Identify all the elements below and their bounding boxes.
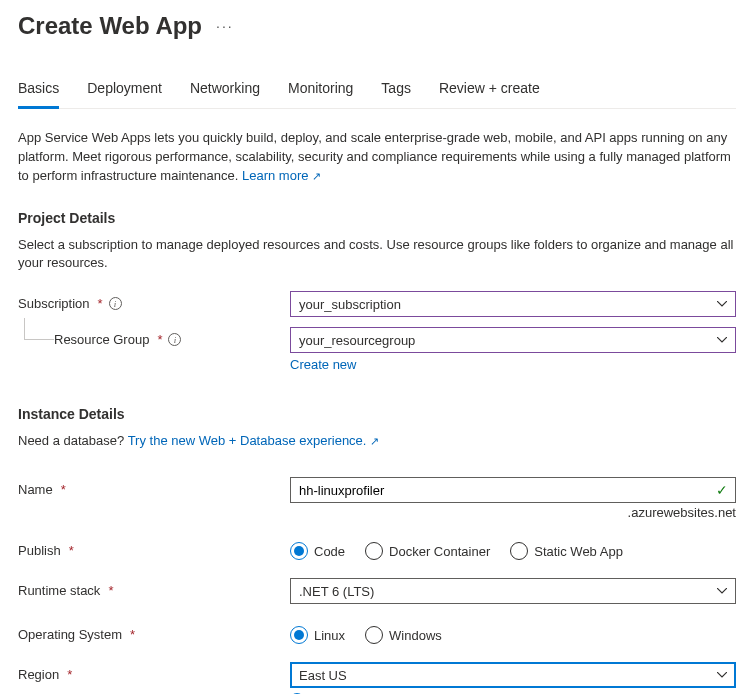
create-new-link[interactable]: Create new (290, 357, 356, 372)
intro-text: App Service Web Apps lets you quickly bu… (18, 129, 736, 186)
chevron-down-icon (717, 337, 727, 343)
project-details-heading: Project Details (18, 210, 736, 226)
radio-label: Windows (389, 628, 442, 643)
required-asterisk: * (157, 332, 162, 347)
name-input[interactable] (290, 477, 736, 503)
os-radio-linux[interactable]: Linux (290, 626, 345, 644)
page-title: Create Web App (18, 12, 202, 40)
tree-connector (24, 318, 54, 340)
tab-basics[interactable]: Basics (18, 80, 59, 109)
radio-label: Linux (314, 628, 345, 643)
tab-monitoring[interactable]: Monitoring (288, 80, 353, 108)
info-icon[interactable]: i (109, 297, 122, 310)
resource-group-select[interactable]: your_resourcegroup (290, 327, 736, 353)
tab-review-create[interactable]: Review + create (439, 80, 540, 108)
required-asterisk: * (130, 627, 135, 642)
subscription-label: Subscription (18, 296, 90, 311)
region-select[interactable]: East US (290, 662, 736, 688)
tab-tags[interactable]: Tags (381, 80, 411, 108)
domain-suffix: .azurewebsites.net (290, 505, 736, 520)
more-icon[interactable]: ··· (216, 18, 234, 34)
region-label: Region (18, 667, 59, 682)
publish-radio-docker[interactable]: Docker Container (365, 542, 490, 560)
checkmark-icon: ✓ (716, 482, 728, 498)
required-asterisk: * (61, 482, 66, 497)
radio-label: Code (314, 544, 345, 559)
chevron-down-icon (717, 588, 727, 594)
external-link-icon: ↗ (370, 435, 379, 447)
chevron-down-icon (717, 301, 727, 307)
intro-body: App Service Web Apps lets you quickly bu… (18, 130, 731, 183)
info-icon[interactable]: i (168, 333, 181, 346)
publish-radio-code[interactable]: Code (290, 542, 345, 560)
project-details-desc: Select a subscription to manage deployed… (18, 236, 736, 274)
radio-label: Docker Container (389, 544, 490, 559)
tab-bar: Basics Deployment Networking Monitoring … (18, 80, 736, 109)
instance-details-heading: Instance Details (18, 406, 736, 422)
tab-deployment[interactable]: Deployment (87, 80, 162, 108)
os-radio-group: Linux Windows (290, 622, 736, 644)
publish-radio-group: Code Docker Container Static Web App (290, 538, 736, 560)
region-value: East US (299, 668, 347, 683)
subscription-select[interactable]: your_subscription (290, 291, 736, 317)
name-label: Name (18, 482, 53, 497)
os-label: Operating System (18, 627, 122, 642)
radio-label: Static Web App (534, 544, 623, 559)
runtime-value: .NET 6 (LTS) (299, 584, 374, 599)
resource-group-value: your_resourcegroup (299, 333, 415, 348)
external-link-icon: ↗ (312, 170, 321, 182)
os-radio-windows[interactable]: Windows (365, 626, 442, 644)
resource-group-label: Resource Group (54, 332, 149, 347)
runtime-label: Runtime stack (18, 583, 100, 598)
chevron-down-icon (717, 672, 727, 678)
web-database-link[interactable]: Try the new Web + Database experience. ↗ (128, 433, 379, 448)
required-asterisk: * (98, 296, 103, 311)
required-asterisk: * (67, 667, 72, 682)
tab-networking[interactable]: Networking (190, 80, 260, 108)
instance-db-prompt: Need a database? Try the new Web + Datab… (18, 432, 736, 451)
learn-more-link[interactable]: Learn more ↗ (242, 168, 321, 183)
required-asterisk: * (69, 543, 74, 558)
publish-label: Publish (18, 543, 61, 558)
publish-radio-static[interactable]: Static Web App (510, 542, 623, 560)
subscription-value: your_subscription (299, 297, 401, 312)
required-asterisk: * (108, 583, 113, 598)
runtime-select[interactable]: .NET 6 (LTS) (290, 578, 736, 604)
